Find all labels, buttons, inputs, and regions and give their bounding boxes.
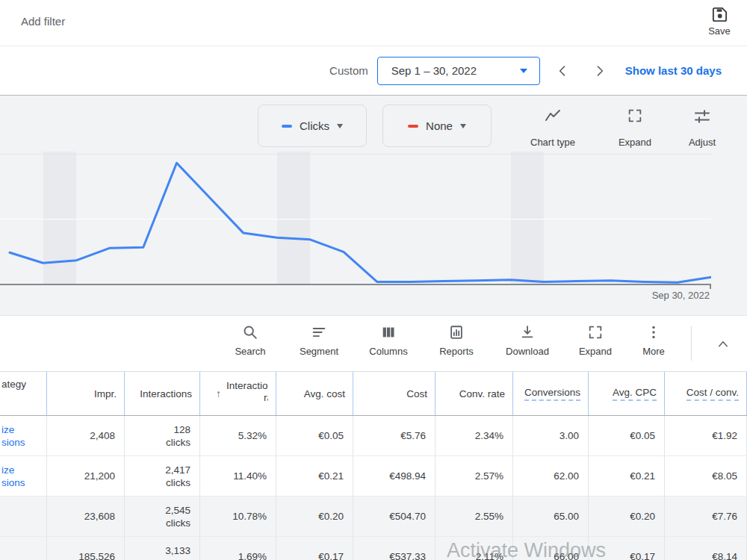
column-label: Interaction rate [226,380,268,407]
adjust-label: Adjust [689,137,716,148]
next-period-button[interactable] [586,57,613,84]
table-cell: 10.78% [200,497,276,536]
save-icon [711,6,728,23]
table-cell: 2,545clicks [125,497,200,536]
column-header-interaction-rate[interactable]: ↑ Interaction rate [200,372,276,415]
column-header-avg-cpc[interactable]: Avg. CPC [589,372,665,415]
table-cell: €0.17 [589,537,665,560]
column-label: Conv. rate [459,388,505,399]
search-button[interactable]: Search [223,324,277,357]
x-axis-end-label: Sep 30, 2022 [0,290,711,301]
table-cell: 3,133clicks [125,537,200,560]
column-label: Cost / conv. [686,387,739,401]
table-cell: 2,408 [47,416,125,455]
table-cell: €0.21 [276,456,353,496]
add-filter-button[interactable]: Add filter [21,15,65,28]
expand-chart-button[interactable]: Expand [604,105,666,149]
table-cell: 2,417clicks [125,456,200,496]
secondary-metric-dropdown[interactable]: None [382,105,492,147]
more-label: More [627,346,681,357]
segment-label: Segment [292,346,346,357]
reports-button[interactable]: Reports [430,324,483,357]
table-cell: €0.20 [589,497,665,536]
table-cell: 65.00 [513,497,589,536]
table-cell: €7.76 [665,497,747,536]
column-header-avg-cost[interactable]: Avg. cost [276,372,353,415]
download-label: Download [500,346,554,357]
campaigns-table: ategy Impr. Interactions ↑ Interaction r… [0,371,747,560]
columns-label: Columns [362,346,415,357]
search-icon [242,324,258,340]
secondary-metric-swatch [408,125,418,128]
table-cell: 128clicks [125,416,200,455]
table-cell: 5.32% [200,416,276,455]
table-cell: €537.33 [353,537,436,560]
date-range-value: Sep 1 – 30, 2022 [391,64,477,77]
show-last-30-days-link[interactable]: Show last 30 days [625,64,722,77]
chevron-right-icon [592,63,607,78]
chart-type-button[interactable]: Chart type [521,105,584,149]
expand-icon [587,324,604,340]
table-cell: 3.00 [513,416,589,455]
primary-metric-dropdown[interactable]: Clicks [258,105,367,147]
bid-strategy-cell: izesions [0,456,47,496]
table-cell: 2.55% [436,497,513,536]
save-button[interactable]: Save [702,6,737,37]
expand-table-button[interactable]: Expand [568,324,622,357]
table-cell: 23,608 [47,497,125,536]
table-row: 185,5263,133clicks1.69%€0.17€537.332.11%… [0,537,747,560]
column-header-bid-strategy[interactable]: ategy [0,372,47,415]
table-cell: 21,200 [47,456,125,496]
column-header-cost[interactable]: Cost [353,372,436,415]
table-cell: €1.92 [665,416,747,455]
table-cell: 185,526 [47,537,125,560]
bid-strategy-link[interactable]: sions [1,436,25,449]
secondary-metric-label: None [426,119,453,132]
download-button[interactable]: Download [500,324,554,357]
table-cell: €0.05 [589,416,665,455]
time-series-chart[interactable] [0,152,711,284]
bid-strategy-link[interactable]: sions [1,476,25,489]
adjust-chart-button[interactable]: Adjust [671,105,734,149]
table-row: 23,6082,545clicks10.78%€0.20€504.702.55%… [0,497,747,537]
expand-label: Expand [619,137,651,148]
x-axis-end-tick [710,284,711,289]
table-cell: 66.00 [513,537,589,560]
expand-table-label: Expand [568,346,622,357]
primary-metric-swatch [282,125,292,128]
date-range-selector[interactable]: Sep 1 – 30, 2022 [377,57,540,85]
column-header-conversions[interactable]: Conversions [513,372,589,415]
table-cell: €0.20 [276,497,353,536]
caret-down-icon [520,69,527,73]
bid-strategy-cell: izesions [0,416,47,455]
segment-button[interactable]: Segment [292,324,346,357]
column-header-cost-per-conv[interactable]: Cost / conv. [665,372,747,415]
bid-strategy-cell [0,497,47,536]
collapse-table-button[interactable] [712,334,734,353]
sort-ascending-icon: ↑ [216,388,221,399]
column-header-interactions[interactable]: Interactions [125,372,200,415]
columns-button[interactable]: Columns [362,324,415,357]
column-header-impressions[interactable]: Impr. [47,372,125,415]
bid-strategy-link[interactable]: ize [1,464,14,476]
columns-icon [380,324,397,340]
caret-down-icon [337,124,343,128]
chart-type-icon [544,108,562,125]
table-cell: 2.57% [436,456,513,496]
chevron-up-icon [716,338,730,349]
save-label: Save [702,25,737,37]
table-row: izesions2,408128clicks5.32%€0.05€5.762.3… [0,416,747,456]
column-label: Avg. CPC [613,387,657,401]
expand-icon [627,108,643,124]
table-header-row: ategy Impr. Interactions ↑ Interaction r… [0,371,747,416]
more-button[interactable]: More [627,324,681,357]
table-cell: €504.70 [353,497,436,536]
column-header-conv-rate[interactable]: Conv. rate [436,372,513,415]
primary-metric-label: Clicks [300,119,329,132]
chart-type-label: Chart type [530,137,575,148]
toolbar-divider [691,326,692,361]
bid-strategy-link[interactable]: ize [1,423,14,436]
previous-period-button[interactable] [549,57,576,84]
segment-icon [311,324,327,340]
table-cell: €0.05 [276,416,353,455]
